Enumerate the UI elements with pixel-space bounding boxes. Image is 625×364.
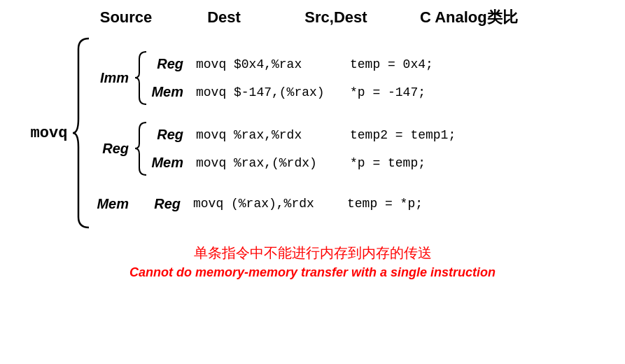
header-row: Source Dest Src,Dest C Analog类比 <box>70 7 611 28</box>
header-analog: C Analog类比 <box>406 7 546 28</box>
instruction-reg-mem: movq %rax,(%rdx) <box>189 156 336 170</box>
reg-dest-rows: Reg movq %rax,%rdx temp2 = temp1; Mem mo… <box>150 121 456 177</box>
dest-label-mem-2: Mem <box>150 155 189 171</box>
instruction-imm-mem: movq $-147,(%rax) <box>189 85 336 99</box>
dest-label-reg-2: Reg <box>150 127 189 143</box>
dest-label-reg-3: Reg <box>148 196 186 212</box>
mem-dest-rows: Reg movq (%rax),%rdx temp = *p; <box>148 190 423 218</box>
header-srcdest: Src,Dest <box>266 8 406 27</box>
reg-brace-icon <box>134 119 149 178</box>
source-group-mem: Mem Reg movq (%rax),%rdx temp = *p; <box>94 190 456 218</box>
movq-label: movq <box>28 125 70 142</box>
main-table: movq Imm Reg movq $0x4,%rax <box>28 35 611 231</box>
analog-imm-reg: temp = 0x4; <box>336 57 433 71</box>
mem-reg-row: Reg movq (%rax),%rdx temp = *p; <box>148 190 423 218</box>
instruction-reg-reg: movq %rax,%rdx <box>189 128 336 142</box>
dest-label-reg-1: Reg <box>150 56 189 72</box>
source-group-reg: Reg Reg movq %rax,%rdx temp2 = temp1; Me… <box>94 119 456 178</box>
source-group-imm: Imm Reg movq $0x4,%rax temp = 0x4; Mem m… <box>94 48 456 108</box>
footer: 单条指令中不能进行内存到内存的传送 Cannot do memory-memor… <box>14 244 611 280</box>
imm-brace-icon <box>134 48 149 108</box>
dest-label-mem-1: Mem <box>150 84 189 100</box>
footer-english: Cannot do memory-memory transfer with a … <box>14 265 611 280</box>
header-source: Source <box>70 8 182 27</box>
analog-imm-mem: *p = -147; <box>336 85 426 99</box>
reg-mem-row: Mem movq %rax,(%rdx) *p = temp; <box>150 149 456 177</box>
imm-reg-row: Reg movq $0x4,%rax temp = 0x4; <box>150 50 433 78</box>
analog-reg-mem: *p = temp; <box>336 156 426 170</box>
analog-reg-reg: temp2 = temp1; <box>336 128 456 142</box>
imm-mem-row: Mem movq $-147,(%rax) *p = -147; <box>150 78 433 106</box>
instruction-mem-reg: movq (%rax),%rdx <box>186 197 333 211</box>
header-dest: Dest <box>182 8 266 27</box>
instruction-imm-reg: movq $0x4,%rax <box>189 57 336 71</box>
source-label-reg: Reg <box>94 141 132 157</box>
outer-brace-icon <box>71 35 92 231</box>
source-label-mem: Mem <box>94 196 132 212</box>
footer-chinese: 单条指令中不能进行内存到内存的传送 <box>14 244 611 262</box>
analog-mem-reg: temp = *p; <box>333 197 423 211</box>
source-groups: Imm Reg movq $0x4,%rax temp = 0x4; Mem m… <box>94 43 456 223</box>
imm-dest-rows: Reg movq $0x4,%rax temp = 0x4; Mem movq … <box>150 50 433 106</box>
reg-reg-row: Reg movq %rax,%rdx temp2 = temp1; <box>150 121 456 149</box>
source-label-imm: Imm <box>94 70 132 86</box>
main-container: Source Dest Src,Dest C Analog类比 movq Imm <box>0 0 625 364</box>
